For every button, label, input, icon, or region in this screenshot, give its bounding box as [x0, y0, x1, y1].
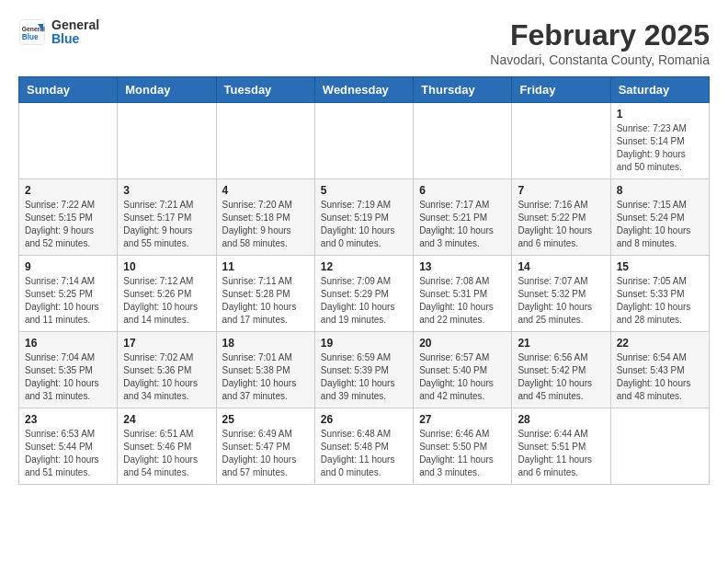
day-info: Sunrise: 6:53 AMSunset: 5:44 PMDaylight:…	[25, 428, 111, 479]
day-number: 4	[222, 184, 309, 197]
day-number: 26	[321, 413, 407, 426]
calendar-weekday-header: Sunday	[19, 77, 118, 103]
day-number: 21	[518, 337, 604, 350]
calendar-day-cell: 1Sunrise: 7:23 AMSunset: 5:14 PMDaylight…	[610, 103, 709, 179]
title-block: February 2025 Navodari, Constanta County…	[490, 18, 710, 67]
day-number: 13	[419, 260, 506, 273]
calendar-day-cell: 9Sunrise: 7:14 AMSunset: 5:25 PMDaylight…	[19, 256, 118, 332]
logo-text: General Blue	[51, 18, 99, 47]
day-info: Sunrise: 7:16 AMSunset: 5:22 PMDaylight:…	[518, 199, 604, 250]
day-number: 19	[321, 337, 407, 350]
day-info: Sunrise: 6:44 AMSunset: 5:51 PMDaylight:…	[518, 428, 604, 479]
page-header: General Blue General Blue February 2025 …	[18, 18, 710, 67]
day-info: Sunrise: 7:01 AMSunset: 5:38 PMDaylight:…	[222, 351, 309, 403]
day-number: 12	[321, 260, 407, 273]
calendar-day-cell: 19Sunrise: 6:59 AMSunset: 5:39 PMDayligh…	[314, 332, 413, 408]
location: Navodari, Constanta County, Romania	[490, 52, 710, 67]
svg-text:Blue: Blue	[22, 33, 39, 41]
day-info: Sunrise: 6:57 AMSunset: 5:40 PMDaylight:…	[419, 351, 506, 403]
calendar-day-cell	[19, 103, 118, 179]
day-info: Sunrise: 7:11 AMSunset: 5:28 PMDaylight:…	[222, 275, 309, 327]
calendar-day-cell: 27Sunrise: 6:46 AMSunset: 5:50 PMDayligh…	[414, 408, 512, 485]
day-number: 3	[123, 184, 210, 197]
day-info: Sunrise: 6:49 AMSunset: 5:47 PMDaylight:…	[222, 428, 309, 479]
day-info: Sunrise: 6:46 AMSunset: 5:50 PMDaylight:…	[419, 428, 506, 479]
calendar-day-cell: 18Sunrise: 7:01 AMSunset: 5:38 PMDayligh…	[216, 332, 314, 408]
calendar-week-row: 9Sunrise: 7:14 AMSunset: 5:25 PMDaylight…	[19, 256, 710, 332]
day-info: Sunrise: 7:19 AMSunset: 5:19 PMDaylight:…	[321, 199, 407, 250]
calendar-day-cell: 8Sunrise: 7:15 AMSunset: 5:24 PMDaylight…	[610, 179, 709, 256]
day-info: Sunrise: 7:15 AMSunset: 5:24 PMDaylight:…	[617, 199, 703, 250]
day-info: Sunrise: 7:14 AMSunset: 5:25 PMDaylight:…	[25, 275, 111, 327]
calendar-day-cell	[118, 103, 216, 179]
day-info: Sunrise: 7:08 AMSunset: 5:31 PMDaylight:…	[419, 275, 506, 327]
calendar-day-cell: 6Sunrise: 7:17 AMSunset: 5:21 PMDaylight…	[414, 179, 512, 256]
day-info: Sunrise: 6:48 AMSunset: 5:48 PMDaylight:…	[321, 428, 407, 479]
day-info: Sunrise: 7:04 AMSunset: 5:35 PMDaylight:…	[25, 351, 111, 403]
day-info: Sunrise: 7:05 AMSunset: 5:33 PMDaylight:…	[617, 275, 703, 327]
calendar-day-cell: 24Sunrise: 6:51 AMSunset: 5:46 PMDayligh…	[118, 408, 216, 485]
day-info: Sunrise: 6:54 AMSunset: 5:43 PMDaylight:…	[617, 351, 703, 403]
calendar-day-cell: 7Sunrise: 7:16 AMSunset: 5:22 PMDaylight…	[512, 179, 610, 256]
calendar-day-cell: 5Sunrise: 7:19 AMSunset: 5:19 PMDaylight…	[314, 179, 413, 256]
day-info: Sunrise: 7:09 AMSunset: 5:29 PMDaylight:…	[321, 275, 407, 327]
day-number: 28	[518, 413, 604, 426]
day-number: 7	[518, 184, 604, 197]
day-info: Sunrise: 6:51 AMSunset: 5:46 PMDaylight:…	[123, 428, 210, 479]
day-number: 14	[518, 260, 604, 273]
calendar-day-cell: 21Sunrise: 6:56 AMSunset: 5:42 PMDayligh…	[512, 332, 610, 408]
day-info: Sunrise: 7:21 AMSunset: 5:17 PMDaylight:…	[123, 199, 210, 250]
day-number: 8	[617, 184, 703, 197]
day-info: Sunrise: 7:22 AMSunset: 5:15 PMDaylight:…	[25, 199, 111, 250]
day-info: Sunrise: 7:17 AMSunset: 5:21 PMDaylight:…	[419, 199, 506, 250]
logo-general: General	[51, 18, 99, 32]
day-number: 25	[222, 413, 309, 426]
calendar-day-cell: 11Sunrise: 7:11 AMSunset: 5:28 PMDayligh…	[216, 256, 314, 332]
day-number: 9	[25, 260, 111, 273]
day-number: 17	[123, 337, 210, 350]
calendar-week-row: 1Sunrise: 7:23 AMSunset: 5:14 PMDaylight…	[19, 103, 710, 179]
calendar-day-cell	[314, 103, 413, 179]
calendar-body: 1Sunrise: 7:23 AMSunset: 5:14 PMDaylight…	[19, 103, 710, 485]
day-info: Sunrise: 7:12 AMSunset: 5:26 PMDaylight:…	[123, 275, 210, 327]
calendar-day-cell: 14Sunrise: 7:07 AMSunset: 5:32 PMDayligh…	[512, 256, 610, 332]
day-info: Sunrise: 7:07 AMSunset: 5:32 PMDaylight:…	[518, 275, 604, 327]
calendar-day-cell: 15Sunrise: 7:05 AMSunset: 5:33 PMDayligh…	[610, 256, 709, 332]
month-title: February 2025	[490, 18, 710, 52]
day-number: 23	[25, 413, 111, 426]
calendar-weekday-header: Tuesday	[216, 77, 314, 103]
calendar-day-cell: 20Sunrise: 6:57 AMSunset: 5:40 PMDayligh…	[414, 332, 512, 408]
day-info: Sunrise: 7:02 AMSunset: 5:36 PMDaylight:…	[123, 351, 210, 403]
calendar-weekday-header: Monday	[118, 77, 216, 103]
calendar-day-cell	[414, 103, 512, 179]
calendar-day-cell: 26Sunrise: 6:48 AMSunset: 5:48 PMDayligh…	[314, 408, 413, 485]
calendar-day-cell: 4Sunrise: 7:20 AMSunset: 5:18 PMDaylight…	[216, 179, 314, 256]
calendar-day-cell	[610, 408, 709, 485]
day-info: Sunrise: 6:56 AMSunset: 5:42 PMDaylight:…	[518, 351, 604, 403]
calendar-week-row: 16Sunrise: 7:04 AMSunset: 5:35 PMDayligh…	[19, 332, 710, 408]
calendar-weekday-header: Saturday	[610, 77, 709, 103]
calendar-day-cell: 16Sunrise: 7:04 AMSunset: 5:35 PMDayligh…	[19, 332, 118, 408]
day-number: 22	[617, 337, 703, 350]
day-number: 27	[419, 413, 506, 426]
day-number: 16	[25, 337, 111, 350]
day-info: Sunrise: 7:20 AMSunset: 5:18 PMDaylight:…	[222, 199, 309, 250]
day-number: 18	[222, 337, 309, 350]
calendar-table: SundayMondayTuesdayWednesdayThursdayFrid…	[18, 76, 710, 485]
calendar-day-cell: 23Sunrise: 6:53 AMSunset: 5:44 PMDayligh…	[19, 408, 118, 485]
day-info: Sunrise: 6:59 AMSunset: 5:39 PMDaylight:…	[321, 351, 407, 403]
calendar-day-cell: 2Sunrise: 7:22 AMSunset: 5:15 PMDaylight…	[19, 179, 118, 256]
calendar-day-cell: 17Sunrise: 7:02 AMSunset: 5:36 PMDayligh…	[118, 332, 216, 408]
calendar-week-row: 2Sunrise: 7:22 AMSunset: 5:15 PMDaylight…	[19, 179, 710, 256]
calendar-day-cell: 25Sunrise: 6:49 AMSunset: 5:47 PMDayligh…	[216, 408, 314, 485]
day-number: 5	[321, 184, 407, 197]
calendar-day-cell: 28Sunrise: 6:44 AMSunset: 5:51 PMDayligh…	[512, 408, 610, 485]
logo-icon: General Blue	[18, 18, 46, 46]
calendar-weekday-header: Thursday	[414, 77, 512, 103]
day-info: Sunrise: 7:23 AMSunset: 5:14 PMDaylight:…	[617, 122, 703, 174]
calendar-weekday-header: Wednesday	[314, 77, 413, 103]
calendar-weekday-header: Friday	[512, 77, 610, 103]
logo-blue: Blue	[51, 32, 99, 46]
day-number: 20	[419, 337, 506, 350]
calendar-day-cell: 13Sunrise: 7:08 AMSunset: 5:31 PMDayligh…	[414, 256, 512, 332]
